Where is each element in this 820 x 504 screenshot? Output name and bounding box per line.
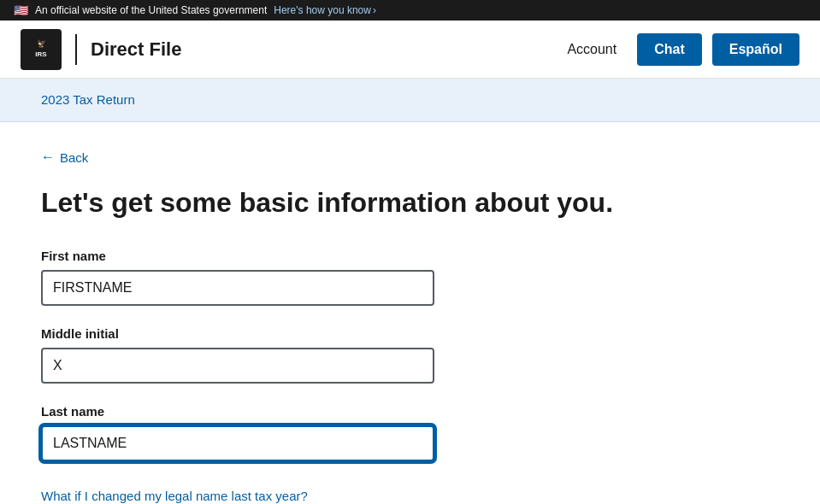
- header-nav: Account Chat Español: [557, 33, 799, 66]
- irs-logo-icon: 🦅 IRS: [21, 29, 62, 70]
- breadcrumb-bar: 2023 Tax Return: [0, 79, 820, 122]
- back-arrow-icon: ←: [41, 149, 55, 165]
- chat-button[interactable]: Chat: [637, 33, 702, 66]
- site-name: Direct File: [91, 38, 181, 61]
- last-name-group: Last name: [41, 404, 434, 461]
- first-name-input[interactable]: [41, 270, 434, 306]
- account-link[interactable]: Account: [557, 35, 627, 64]
- legal-name-helper-link[interactable]: What if I changed my legal name last tax…: [41, 489, 308, 503]
- gov-banner: 🇺🇸 An official website of the United Sta…: [0, 0, 820, 21]
- logo-divider: [75, 34, 77, 65]
- middle-initial-label: Middle initial: [41, 326, 434, 341]
- back-link[interactable]: ← Back: [41, 149, 88, 165]
- how-you-know-link[interactable]: Here's how you know ›: [274, 4, 376, 16]
- espanol-button[interactable]: Español: [712, 33, 799, 66]
- page-title: Let's get some basic information about y…: [41, 185, 779, 221]
- svg-text:🦅: 🦅: [37, 38, 47, 49]
- last-name-label: Last name: [41, 404, 434, 419]
- site-header: 🦅 IRS Direct File Account Chat Español: [0, 21, 820, 79]
- page-wrapper: 2023 Tax Return ← Back Let's get some ba…: [0, 79, 820, 504]
- last-name-input[interactable]: [41, 425, 434, 461]
- svg-text:IRS: IRS: [35, 50, 47, 58]
- middle-initial-group: Middle initial: [41, 326, 434, 384]
- middle-initial-input[interactable]: [41, 348, 434, 384]
- svg-rect-0: [21, 29, 62, 70]
- gov-banner-text: An official website of the United States…: [35, 4, 267, 16]
- chevron-icon: ›: [373, 4, 376, 16]
- us-flag: 🇺🇸: [14, 3, 28, 17]
- first-name-label: First name: [41, 249, 434, 263]
- first-name-group: First name: [41, 249, 434, 306]
- site-logo: 🦅 IRS Direct File: [21, 29, 181, 70]
- content-card: ← Back Let's get some basic information …: [0, 122, 820, 504]
- breadcrumb-link[interactable]: 2023 Tax Return: [41, 92, 135, 107]
